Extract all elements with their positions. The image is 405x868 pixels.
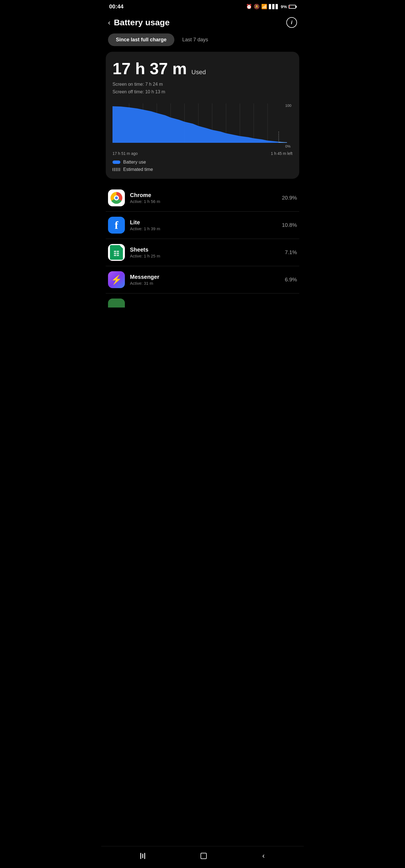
chrome-percent: 20.9% (280, 195, 297, 201)
status-bar: 00:44 ⏰ 🔕 📶 ▋▋▋ 9% (101, 0, 304, 12)
lite-name: Lite (130, 219, 275, 226)
messenger-active: Active: 31 m (130, 281, 275, 286)
chart-legend: Battery use Estimated time (113, 160, 292, 172)
estimated-time-label: Estimated time (123, 167, 153, 172)
chart-svg (113, 103, 292, 148)
tab-since-last-charge[interactable]: Since last full charge (108, 33, 174, 46)
app-list: Chrome Active: 1 h 56 m 20.9% f Lite Act… (106, 184, 299, 310)
mute-icon: 🔕 (254, 4, 260, 9)
status-time: 00:44 (109, 3, 123, 10)
app-item-sheets[interactable]: Sheets Active: 1 h 25 m 7.1% (106, 239, 299, 266)
alarm-icon: ⏰ (246, 4, 252, 9)
chrome-name: Chrome (130, 192, 275, 198)
app-item-messenger[interactable]: ⚡ Messenger Active: 31 m 6.9% (106, 266, 299, 293)
chart-y-labels: 100 0% (285, 103, 291, 148)
chart-x-labels: 17 h 51 m ago 1 h 45 m left (113, 151, 292, 156)
battery-percent: 9% (281, 4, 287, 9)
usage-minutes: 37 m (150, 59, 187, 78)
legend-battery-use: Battery use (113, 160, 292, 165)
chart-left-label: 17 h 51 m ago (113, 151, 138, 156)
chrome-info: Chrome Active: 1 h 56 m (130, 192, 275, 204)
lite-info: Lite Active: 1 h 39 m (130, 219, 275, 231)
messenger-bolt-icon: ⚡ (111, 274, 122, 285)
partial-app-icon (108, 299, 125, 308)
messenger-name: Messenger (130, 274, 275, 280)
facebook-lite-icon: f (108, 217, 125, 234)
messenger-info: Messenger Active: 31 m (130, 274, 275, 286)
estimated-time-icon (113, 168, 120, 171)
signal-icon: ▋▋▋ (269, 4, 279, 9)
sheets-info: Sheets Active: 1 h 25 m (130, 247, 275, 258)
screen-times: Screen on time: 7 h 24 m Screen off time… (113, 81, 292, 96)
app-item-lite[interactable]: f Lite Active: 1 h 39 m 10.8% (106, 212, 299, 239)
sheets-active: Active: 1 h 25 m (130, 253, 275, 258)
header: ‹ Battery usage i (101, 12, 304, 33)
chart-y-top: 100 (285, 103, 291, 107)
legend-estimated-time: Estimated time (113, 167, 292, 172)
battery-use-label: Battery use (123, 160, 146, 165)
usage-time-display: 17 h 37 m Used (113, 60, 292, 78)
tabs-container: Since last full charge Last 7 days (101, 33, 304, 52)
battery-chart: 100 0% 17 h 51 m ago 1 h 45 m left (113, 103, 292, 154)
back-button[interactable]: ‹ (108, 18, 111, 27)
lite-percent: 10.8% (280, 222, 297, 228)
usage-label: Used (192, 69, 206, 75)
header-left: ‹ Battery usage (108, 18, 170, 27)
tab-last-7-days[interactable]: Last 7 days (180, 33, 210, 46)
chrome-icon (108, 189, 125, 206)
sheets-percent: 7.1% (280, 249, 297, 255)
screen-off-time: Screen off time: 10 h 13 m (113, 88, 292, 96)
main-card: 17 h 37 m Used Screen on time: 7 h 24 m … (106, 52, 299, 179)
info-button[interactable]: i (286, 17, 297, 28)
screen-on-time: Screen on time: 7 h 24 m (113, 81, 292, 88)
sheets-icon (108, 244, 125, 261)
battery-use-icon (113, 160, 120, 164)
usage-hours: 17 h (113, 59, 145, 78)
wifi-icon: 📶 (261, 4, 267, 9)
app-item-chrome[interactable]: Chrome Active: 1 h 56 m 20.9% (106, 184, 299, 212)
fb-letter: f (115, 220, 118, 230)
sheets-name: Sheets (130, 247, 275, 253)
chart-y-bottom: 0% (285, 144, 291, 148)
page-title: Battery usage (114, 18, 170, 27)
chrome-active: Active: 1 h 56 m (130, 199, 275, 204)
messenger-percent: 6.9% (280, 277, 297, 283)
chart-right-label: 1 h 45 m left (271, 151, 292, 156)
battery-icon (289, 5, 296, 9)
lite-active: Active: 1 h 39 m (130, 226, 275, 231)
status-icons: ⏰ 🔕 📶 ▋▋▋ 9% (246, 4, 296, 9)
app-item-partial (106, 293, 299, 310)
messenger-icon: ⚡ (108, 271, 125, 288)
